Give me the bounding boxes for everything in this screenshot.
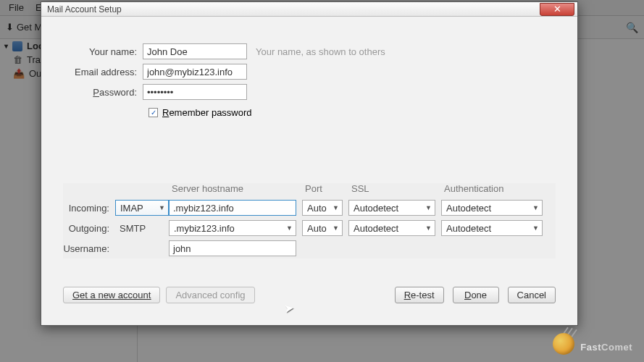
mail-account-setup-dialog: Mail Account Setup ✕ Your name: Your nam… (41, 1, 578, 326)
outgoing-host-select[interactable]: .mybiz123.info ▼ (169, 220, 296, 236)
header-port: Port (302, 183, 348, 198)
titlebar: Mail Account Setup ✕ (41, 2, 577, 17)
incoming-host-value: .mybiz123.info (173, 203, 234, 214)
username-input[interactable]: john (169, 240, 296, 256)
close-icon: ✕ (553, 4, 561, 14)
email-input[interactable] (143, 64, 247, 80)
username-row: Username: john (63, 238, 556, 258)
email-label: Email address: (63, 67, 143, 77)
username-value: john (173, 243, 191, 254)
incoming-auth-value: Autodetect (446, 203, 491, 214)
button-row: Get a new account Advanced config Re-tes… (63, 287, 556, 303)
incoming-ssl-select[interactable]: Autodetect ▼ (348, 200, 435, 216)
incoming-port-value: Auto (307, 203, 327, 214)
dialog-body: Your name: Your name, as shown to others… (63, 17, 556, 325)
incoming-host-input[interactable]: .mybiz123.info (169, 200, 296, 216)
chevron-down-icon: ▼ (286, 224, 293, 232)
incoming-port-select[interactable]: Auto ▼ (302, 200, 343, 216)
outgoing-port-select[interactable]: Auto ▼ (302, 220, 343, 236)
account-form: Your name: Your name, as shown to others… (63, 43, 556, 121)
name-input[interactable] (143, 43, 247, 59)
outgoing-ssl-value: Autodetect (354, 223, 398, 234)
incoming-row: Incoming: IMAP ▼ .mybiz123.info Auto ▼ (63, 198, 556, 218)
incoming-auth-select[interactable]: Autodetect ▼ (441, 200, 543, 216)
remember-password-checkbox[interactable]: ✓ (149, 108, 158, 117)
password-label: Password: (63, 87, 143, 98)
name-help: Your name, as shown to others (256, 46, 385, 57)
chevron-down-icon: ▼ (532, 204, 539, 211)
header-hostname: Server hostname (169, 183, 302, 198)
retest-button[interactable]: Re-test (395, 287, 444, 303)
get-new-account-button[interactable]: Get a new account (63, 287, 160, 303)
dialog-title: Mail Account Setup (47, 4, 122, 14)
outgoing-auth-select[interactable]: Autodetect ▼ (441, 220, 543, 236)
outgoing-port-value: Auto (307, 223, 327, 234)
outgoing-auth-value: Autodetect (446, 223, 491, 234)
incoming-protocol-value: IMAP (120, 203, 143, 214)
server-config: Server hostname Port SSL Authentication … (63, 183, 556, 258)
close-button[interactable]: ✕ (540, 3, 574, 16)
config-headers: Server hostname Port SSL Authentication (63, 183, 556, 198)
done-button[interactable]: Done (453, 287, 499, 303)
chevron-down-icon: ▼ (425, 204, 432, 211)
chevron-down-icon: ▼ (333, 204, 339, 211)
cancel-button[interactable]: Cancel (508, 287, 556, 303)
incoming-protocol-select[interactable]: IMAP ▼ (115, 200, 169, 216)
remember-password-label[interactable]: Remember password (162, 107, 252, 118)
header-ssl: SSL (348, 183, 441, 198)
chevron-down-icon: ▼ (532, 224, 539, 232)
username-label: Username: (63, 243, 115, 254)
outgoing-protocol: SMTP (115, 223, 146, 234)
password-input[interactable] (143, 84, 247, 100)
incoming-ssl-value: Autodetect (354, 203, 398, 214)
chevron-down-icon: ▼ (333, 224, 339, 232)
outgoing-ssl-select[interactable]: Autodetect ▼ (348, 220, 435, 236)
incoming-label: Incoming: (63, 203, 115, 214)
advanced-config-button: Advanced config (166, 287, 254, 303)
header-auth: Authentication (441, 183, 543, 198)
outgoing-row: Outgoing: SMTP .mybiz123.info ▼ Auto ▼ (63, 218, 556, 238)
chevron-down-icon: ▼ (425, 224, 432, 232)
outgoing-host-value: .mybiz123.info (174, 223, 235, 234)
outgoing-label: Outgoing: (63, 223, 115, 234)
chevron-down-icon: ▼ (159, 204, 165, 211)
name-label: Your name: (63, 46, 143, 57)
